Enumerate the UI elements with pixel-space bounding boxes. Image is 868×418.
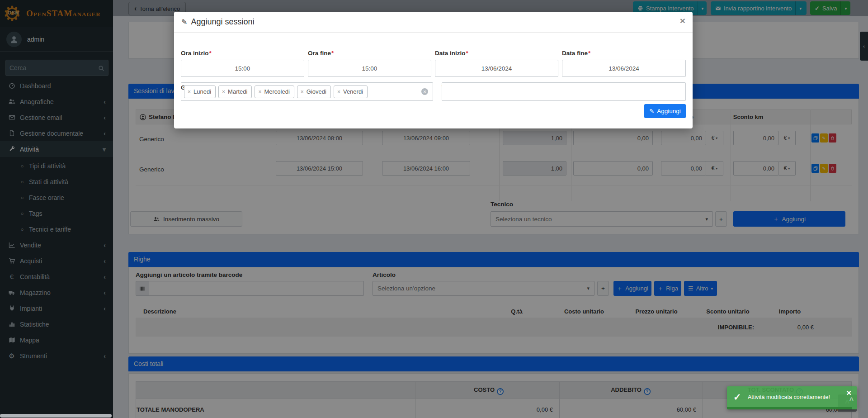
remove-tag-icon[interactable]: × (258, 89, 261, 95)
data-fine-input[interactable] (562, 60, 686, 77)
success-toast[interactable]: ✓ Attività modificata correttamente! ✕ ^ (727, 386, 857, 409)
ora-fine-input[interactable] (308, 60, 431, 77)
giorni-tag[interactable]: × Giovedi (297, 86, 331, 98)
modal-title-text: Aggiungi sessioni (191, 17, 254, 27)
remove-tag-icon[interactable]: × (188, 89, 191, 95)
remove-tag-icon[interactable]: × (337, 89, 340, 95)
data-inizio-label: Data inizio* (435, 50, 468, 57)
giorni-tag[interactable]: × Martedi (218, 86, 252, 98)
remove-tag-icon[interactable]: × (222, 89, 225, 95)
app-root: ⚙ OSM OpenSTAManager admin Dashboard Ana… (0, 0, 868, 418)
ora-fine-label: Ora fine* (308, 50, 334, 57)
toast-message: Attività modificata correttamente! (748, 394, 830, 400)
giorni-tag[interactable]: × Venerdi (334, 86, 368, 98)
close-icon[interactable]: × (680, 15, 685, 26)
ora-inizio-input[interactable] (181, 60, 304, 77)
giorni-tag[interactable]: × Mercoledi (255, 86, 294, 98)
remove-tag-icon[interactable]: × (301, 89, 304, 95)
ora-inizio-label: Ora inizio* (181, 50, 212, 57)
data-inizio-input[interactable] (435, 60, 558, 77)
tecnici-input[interactable] (442, 82, 686, 101)
giorni-multiselect[interactable]: × Lunedi × Martedi × Mercoledi × Giovedi… (181, 82, 433, 101)
chevron-up-icon: ^ (849, 396, 854, 404)
toast-progress-bar (727, 407, 852, 409)
modal-header: ✎ Aggiungi sessioni (174, 12, 693, 33)
data-fine-label: Data fine* (562, 50, 590, 57)
check-icon: ✓ (733, 392, 741, 403)
add-sessions-modal: ✎ Aggiungi sessioni × Ora inizio* Ora fi… (174, 12, 693, 128)
modal-submit-button[interactable]: ✎ Aggiungi (644, 104, 686, 118)
sidebar-scrollbar[interactable] (0, 414, 112, 418)
giorni-tag[interactable]: × Lunedi (184, 86, 216, 98)
clear-all-tags-icon[interactable]: ✕ (421, 88, 428, 95)
edit-icon: ✎ (649, 108, 654, 114)
pencil-icon: ✎ (181, 18, 187, 26)
